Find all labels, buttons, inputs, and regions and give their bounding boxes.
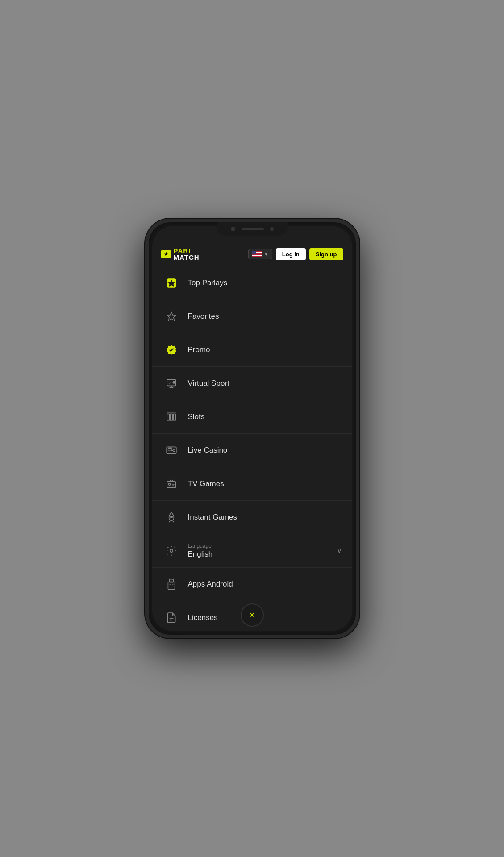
apps-android-label: Apps Android <box>188 580 233 589</box>
menu-item-slots[interactable]: Slots <box>152 400 352 434</box>
speaker <box>242 228 264 230</box>
virtual-sport-label: Virtual Sport <box>188 379 229 388</box>
svg-point-18 <box>171 449 173 451</box>
flag-icon <box>252 251 262 257</box>
svg-line-24 <box>173 521 174 522</box>
language-selector[interactable]: ▼ <box>248 249 272 259</box>
svg-line-23 <box>169 521 170 522</box>
volume-up-button <box>145 312 146 336</box>
svg-line-30 <box>173 579 174 580</box>
logo-badge: ★ <box>161 250 171 258</box>
badge-check-icon <box>163 341 180 358</box>
star-filled-icon <box>163 275 180 291</box>
logo-top-text: PARI <box>174 247 200 254</box>
svg-point-25 <box>170 516 172 518</box>
menu-item-language[interactable]: Language English ∨ <box>152 534 352 568</box>
svg-text:LIVE: LIVE <box>168 446 172 449</box>
notch <box>217 226 288 236</box>
svg-rect-10 <box>173 414 175 420</box>
svg-point-17 <box>173 451 174 452</box>
svg-rect-14 <box>168 449 172 451</box>
svg-text:0: 0 <box>168 381 170 385</box>
chevron-down-icon: ∨ <box>337 547 342 554</box>
menu-item-favorites[interactable]: Favorites <box>152 300 352 333</box>
svg-marker-2 <box>167 312 176 320</box>
svg-rect-9 <box>170 414 172 420</box>
settings-icon <box>163 542 180 559</box>
monitor-icon: 0 <box>163 375 180 392</box>
volume-down-button <box>145 345 146 370</box>
svg-point-20 <box>168 483 170 485</box>
menu-list: Top Parlays Favorites <box>152 266 352 631</box>
promo-label: Promo <box>188 345 210 354</box>
menu-item-live-casino[interactable]: LIVE Live Casino <box>152 434 352 467</box>
menu-item-top-parlays[interactable]: Top Parlays <box>152 266 352 300</box>
live-casino-label: Live Casino <box>188 446 228 455</box>
logo: ★ PARI MATCH <box>161 247 200 261</box>
svg-line-29 <box>169 579 170 580</box>
power-button <box>358 303 359 329</box>
android-icon <box>163 576 180 593</box>
live-icon: LIVE <box>163 442 180 459</box>
tv-games-label: TV Games <box>188 479 224 488</box>
favorites-label: Favorites <box>188 312 219 321</box>
login-button[interactable]: Log in <box>276 248 306 260</box>
license-icon <box>163 609 180 626</box>
licenses-label: Licenses <box>188 613 218 622</box>
menu-item-tv-games[interactable]: TV Games <box>152 467 352 501</box>
svg-point-6 <box>173 382 175 383</box>
language-small-label: Language <box>188 543 329 549</box>
slots-icon <box>163 408 180 425</box>
menu-item-instant-games[interactable]: Instant Games <box>152 501 352 534</box>
menu-item-promo[interactable]: Promo <box>152 333 352 367</box>
language-content: Language English <box>188 543 329 559</box>
logo-bottom-text: MATCH <box>174 254 200 261</box>
top-parlays-label: Top Parlays <box>188 279 228 287</box>
svg-point-16 <box>173 449 174 450</box>
close-button[interactable]: ✕ <box>241 603 264 627</box>
close-icon: ✕ <box>249 610 255 620</box>
logo-badge-icon: ★ <box>164 252 168 257</box>
svg-rect-27 <box>168 582 175 590</box>
menu-item-apps-android[interactable]: Apps Android <box>152 568 352 601</box>
instant-games-label: Instant Games <box>188 513 237 522</box>
rocket-icon <box>163 509 180 526</box>
svg-rect-8 <box>167 414 169 420</box>
screen: ★ PARI MATCH ▼ Log in Sign up <box>152 226 352 631</box>
phone-wrapper: ★ PARI MATCH ▼ Log in Sign up <box>136 214 368 643</box>
language-value: English <box>188 550 329 559</box>
header: ★ PARI MATCH ▼ Log in Sign up <box>152 244 352 266</box>
sensor <box>270 227 274 231</box>
silent-button <box>145 285 146 300</box>
menu-item-virtual-sport[interactable]: 0 Virtual Sport <box>152 367 352 400</box>
tv-icon <box>163 475 180 492</box>
star-outline-icon <box>163 308 180 325</box>
slots-label: Slots <box>188 412 205 421</box>
front-camera <box>231 227 235 231</box>
header-right: ▼ Log in Sign up <box>248 248 343 260</box>
svg-point-26 <box>170 549 173 553</box>
chevron-down-icon: ▼ <box>264 252 268 257</box>
phone-body: ★ PARI MATCH ▼ Log in Sign up <box>145 219 359 638</box>
signup-button[interactable]: Sign up <box>309 248 343 260</box>
logo-brand: PARI MATCH <box>174 247 200 261</box>
